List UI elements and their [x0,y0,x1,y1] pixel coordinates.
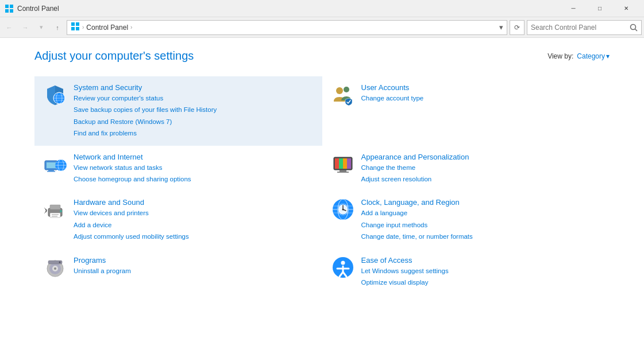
user-accounts-title[interactable]: User Accounts [361,83,424,92]
hardware-sound-icon [44,198,67,221]
link-file-history[interactable]: Save backup copies of your files with Fi… [74,104,217,115]
link-homegroup[interactable]: Choose homegroup and sharing options [74,174,191,184]
link-date-time-formats[interactable]: Change date, time, or number formats [361,231,473,242]
user-accounts-icon [331,83,354,106]
view-by-dropdown[interactable]: Category ▾ [577,52,610,60]
svg-point-8 [631,24,636,29]
link-change-theme[interactable]: Change the theme [361,162,469,173]
clock-language-icon [331,198,354,221]
view-by: View by: Category ▾ [547,52,610,60]
system-security-icon [44,83,67,106]
appearance-icon [331,153,354,176]
user-accounts-content: User Accounts Change account type [361,83,424,103]
page-title: Adjust your computer's settings [34,49,194,63]
link-mobility-settings[interactable]: Adjust commonly used mobility settings [74,231,189,242]
link-screen-resolution[interactable]: Adjust screen resolution [361,174,469,184]
svg-rect-18 [47,162,56,168]
svg-rect-5 [76,22,79,26]
dropdown-button[interactable]: ▾ [34,21,48,34]
system-security-title[interactable]: System and Security [74,83,217,92]
search-input[interactable] [527,21,626,34]
category-hardware-sound: Hardware and Sound View devices and prin… [34,191,322,248]
title-bar-title: Control Panel [17,5,59,13]
address-bar: › Control Panel › ▾ [67,20,507,35]
address-crumb-panel[interactable]: Control Panel [86,24,128,32]
svg-rect-19 [48,170,54,171]
search-button[interactable] [626,21,641,34]
svg-point-15 [336,87,343,94]
clock-language-content: Clock, Language, and Region Add a langua… [361,198,473,242]
system-security-content: System and Security Review your computer… [74,83,217,139]
programs-icon [44,256,67,279]
hardware-sound-content: Hardware and Sound View devices and prin… [74,198,189,242]
forward-button[interactable]: → [18,21,32,34]
svg-point-49 [342,209,344,211]
svg-rect-3 [10,9,13,13]
appearance-content: Appearance and Personalization Change th… [361,153,469,185]
address-dropdown-button[interactable]: ▾ [499,23,503,32]
refresh-button[interactable]: ⟳ [510,20,525,35]
ease-access-icon [331,256,354,279]
svg-rect-28 [335,158,339,169]
address-icon [71,22,80,33]
window-controls: ─ □ ✕ [560,0,639,17]
svg-rect-7 [76,27,79,30]
link-review-status[interactable]: Review your computer's status [74,93,217,103]
svg-point-57 [341,261,345,265]
category-ease-access: Ease of Access Let Windows suggest setti… [322,249,610,295]
address-chevron-1: › [82,24,84,30]
svg-rect-36 [50,213,60,217]
search-bar [527,20,642,35]
category-network-internet: Network and Internet View network status… [34,146,322,192]
clock-language-title[interactable]: Clock, Language, and Region [361,198,473,207]
svg-point-53 [54,267,56,270]
link-suggest-settings[interactable]: Let Windows suggest settings [361,266,449,276]
svg-rect-30 [343,158,347,169]
category-appearance: Appearance and Personalization Change th… [322,146,610,192]
minimize-button[interactable]: ─ [560,0,587,17]
appearance-title[interactable]: Appearance and Personalization [361,153,469,161]
programs-title[interactable]: Programs [74,256,131,265]
svg-rect-38 [52,214,59,215]
svg-rect-20 [47,171,55,172]
svg-rect-32 [340,170,346,172]
svg-rect-33 [337,172,349,173]
svg-rect-4 [71,22,75,26]
link-visual-display[interactable]: Optimize visual display [361,277,449,288]
svg-rect-31 [347,158,351,169]
link-fix-problems[interactable]: Find and fix problems [74,128,217,138]
svg-rect-0 [5,5,9,8]
link-input-methods[interactable]: Change input methods [361,220,473,230]
page-header: Adjust your computer's settings View by:… [34,49,610,63]
network-internet-icon [44,153,67,176]
svg-rect-2 [5,9,9,13]
view-by-arrow: ▾ [606,52,610,60]
link-backup-restore[interactable]: Backup and Restore (Windows 7) [74,116,217,127]
category-clock-language: Clock, Language, and Region Add a langua… [322,191,610,248]
svg-rect-35 [50,205,60,209]
link-add-language[interactable]: Add a language [361,208,473,218]
link-add-device[interactable]: Add a device [74,220,189,230]
link-network-status[interactable]: View network status and tasks [74,162,191,173]
app-icon [5,4,14,13]
close-button[interactable]: ✕ [613,0,639,17]
svg-point-16 [344,87,349,92]
link-change-account[interactable]: Change account type [361,93,424,103]
maximize-button[interactable]: □ [587,0,613,17]
svg-rect-1 [10,5,13,8]
category-programs: Programs Uninstall a program [34,249,322,295]
svg-rect-39 [52,216,57,217]
svg-line-9 [635,29,638,31]
category-system-security: System and Security Review your computer… [34,76,322,146]
main-content: Adjust your computer's settings View by:… [0,38,644,338]
programs-content: Programs Uninstall a program [74,256,131,276]
ease-access-title[interactable]: Ease of Access [361,256,449,265]
link-uninstall[interactable]: Uninstall a program [74,266,131,276]
hardware-sound-title[interactable]: Hardware and Sound [74,198,189,207]
link-devices-printers[interactable]: View devices and printers [74,208,189,218]
svg-point-55 [59,261,61,263]
svg-rect-6 [71,27,75,30]
back-button[interactable]: ← [2,21,16,34]
network-internet-title[interactable]: Network and Internet [74,153,191,161]
up-button[interactable]: ↑ [51,21,64,34]
